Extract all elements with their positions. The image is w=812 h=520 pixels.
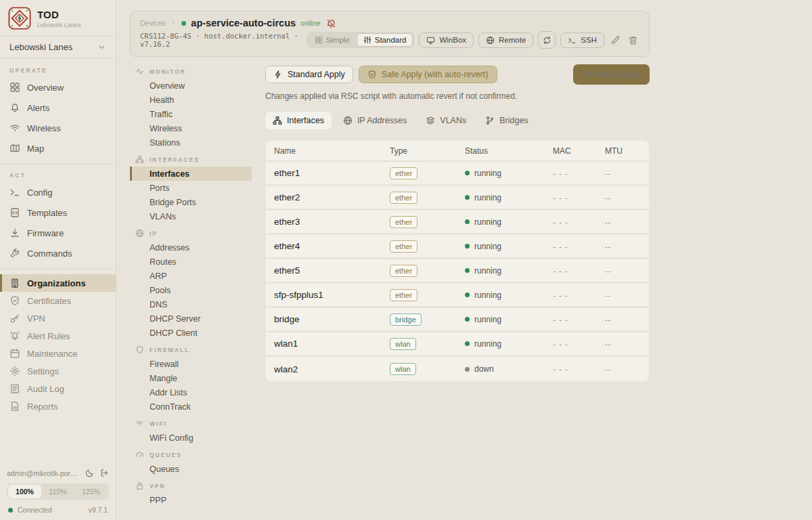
type-badge: ether bbox=[390, 192, 418, 204]
subnav-item[interactable]: Firewall bbox=[130, 357, 252, 371]
sidebar-item[interactable]: Alert Rules bbox=[0, 327, 116, 345]
sidebar-item-label: Alert Rules bbox=[27, 331, 70, 341]
table-row[interactable]: wlan2 wlan down - - - -- bbox=[266, 357, 649, 381]
type-badge: ether bbox=[390, 289, 418, 301]
zoom-option[interactable]: 110% bbox=[41, 485, 74, 498]
sidebar-item[interactable]: Map bbox=[0, 138, 116, 158]
subnav-item[interactable]: Addresses bbox=[130, 240, 252, 255]
type-badge: bridge bbox=[390, 313, 422, 326]
subnav-item[interactable]: ConnTrack bbox=[130, 399, 252, 414]
mode-option-label: Standard bbox=[375, 36, 407, 44]
tab-label: Bridges bbox=[499, 116, 528, 125]
subnav-item[interactable]: Ports bbox=[130, 181, 252, 195]
sidebar-item[interactable]: VPN bbox=[0, 309, 116, 327]
subnav-item[interactable]: VLANs bbox=[130, 209, 252, 223]
table-row[interactable]: ether5 ether running - - - -- bbox=[266, 259, 649, 284]
subnav-item[interactable]: Routes bbox=[130, 255, 252, 269]
subnav-item[interactable]: WiFi Config bbox=[130, 431, 252, 445]
status-indicator: running bbox=[457, 290, 545, 300]
zoom-toggle: 100% 110% 125% bbox=[7, 483, 109, 500]
network-icon bbox=[135, 155, 144, 164]
table-row[interactable]: bridge bridge running - - - -- bbox=[266, 308, 649, 332]
mode-option-label: Simple bbox=[326, 36, 350, 44]
sidebar-item[interactable]: Reports bbox=[0, 397, 116, 415]
table-row[interactable]: ether2 ether running - - - -- bbox=[266, 186, 649, 211]
tab-label: IP Addresses bbox=[357, 116, 407, 125]
shield-check-icon bbox=[367, 70, 377, 79]
sidebar-item-icon bbox=[9, 143, 20, 154]
sidebar-item[interactable]: Audit Log bbox=[0, 380, 116, 397]
subnav-item[interactable]: Stations bbox=[130, 135, 252, 150]
tab-icon bbox=[426, 116, 435, 125]
sidebar-item[interactable]: Maintenance bbox=[0, 345, 116, 362]
sidebar-item[interactable]: Alerts bbox=[0, 98, 116, 118]
refresh-button[interactable] bbox=[538, 31, 556, 49]
app-logo bbox=[8, 7, 31, 30]
tab[interactable]: Interfaces bbox=[265, 112, 332, 129]
mode-option[interactable]: Simple bbox=[308, 33, 357, 47]
mode-option-icon bbox=[363, 36, 371, 44]
safe-apply-button[interactable]: Safe Apply (with auto-revert) bbox=[359, 66, 497, 83]
sidebar-item-label: Wireless bbox=[27, 123, 61, 133]
sidebar-item[interactable]: Organizations bbox=[0, 274, 116, 292]
standard-apply-button[interactable]: Standard Apply bbox=[265, 66, 353, 83]
subnav-item[interactable]: Interfaces bbox=[130, 167, 252, 181]
subnav-item[interactable]: Bridge Ports bbox=[130, 195, 252, 209]
subnav-item[interactable]: PPP bbox=[130, 493, 252, 507]
logout-icon[interactable] bbox=[100, 469, 109, 477]
subnav-item[interactable]: ARP bbox=[130, 269, 252, 283]
connection-status: Connected bbox=[18, 506, 52, 514]
mtu-value: -- bbox=[597, 291, 649, 299]
subnav-item[interactable]: Health bbox=[130, 93, 252, 107]
sidebar-item-label: VPN bbox=[27, 313, 45, 324]
review-apply-button[interactable]: Review & Apply bbox=[573, 64, 650, 85]
subnav-item[interactable]: DHCP Client bbox=[130, 326, 252, 340]
subnav-item[interactable]: Overview bbox=[130, 79, 252, 93]
subnav-item[interactable]: Mangle bbox=[130, 371, 252, 385]
pencil-icon[interactable] bbox=[610, 35, 621, 45]
remote-button[interactable]: Remote bbox=[478, 32, 533, 48]
subnav-item[interactable]: Queues bbox=[130, 462, 252, 476]
subnav-item[interactable]: DHCP Server bbox=[130, 311, 252, 326]
breadcrumb[interactable]: Devices bbox=[140, 19, 165, 27]
zoom-option[interactable]: 100% bbox=[8, 485, 41, 498]
table-row[interactable]: sfp-sfpplus1 ether running - - - -- bbox=[266, 284, 649, 308]
sidebar-item[interactable]: Wireless bbox=[0, 118, 116, 138]
subnav-item[interactable]: Traffic bbox=[130, 107, 252, 121]
tab[interactable]: IP Addresses bbox=[336, 112, 414, 129]
ssh-button[interactable]: SSH bbox=[560, 32, 604, 48]
brand-block: TOD Lebowski Lanes bbox=[0, 0, 116, 37]
mtu-value: -- bbox=[597, 316, 649, 324]
sidebar-item[interactable]: Firmware bbox=[0, 223, 116, 243]
tab[interactable]: Bridges bbox=[478, 112, 535, 129]
subnav-item[interactable]: Addr Lists bbox=[130, 385, 252, 399]
subnav-item[interactable]: Pools bbox=[130, 283, 252, 297]
mode-option[interactable]: Standard bbox=[357, 33, 413, 47]
table-row[interactable]: wlan1 wlan running - - - -- bbox=[266, 332, 649, 357]
sidebar-item[interactable]: Certificates bbox=[0, 292, 116, 309]
sidebar-item[interactable]: Settings bbox=[0, 362, 116, 380]
mtu-value: -- bbox=[597, 194, 649, 202]
sidebar-item[interactable]: Config bbox=[0, 182, 116, 202]
interface-name: ether5 bbox=[266, 265, 382, 276]
sidebar-item[interactable]: Commands bbox=[0, 243, 116, 263]
table-row[interactable]: ether3 ether running - - - -- bbox=[266, 211, 649, 235]
org-selector[interactable]: Lebowski Lanes bbox=[0, 37, 116, 58]
status-dot bbox=[465, 317, 470, 322]
notifications-off-icon[interactable] bbox=[326, 18, 336, 28]
trash-icon[interactable] bbox=[628, 35, 638, 45]
tab[interactable]: VLANs bbox=[418, 112, 474, 129]
subnav-item[interactable]: DNS bbox=[130, 297, 252, 311]
mac-value: - - - bbox=[545, 267, 597, 275]
sidebar-item-icon bbox=[9, 207, 20, 218]
status-dot bbox=[465, 341, 470, 346]
sidebar-item-icon bbox=[9, 401, 20, 412]
table-row[interactable]: ether4 ether running - - - -- bbox=[266, 235, 649, 259]
winbox-button[interactable]: WinBox bbox=[419, 32, 474, 48]
moon-icon[interactable] bbox=[85, 469, 94, 477]
subnav-item[interactable]: Wireless bbox=[130, 121, 252, 135]
table-row[interactable]: ether1 ether running - - - -- bbox=[266, 162, 649, 186]
sidebar-item[interactable]: Templates bbox=[0, 202, 116, 223]
zoom-option[interactable]: 125% bbox=[74, 485, 108, 498]
sidebar-item[interactable]: Overview bbox=[0, 77, 116, 98]
